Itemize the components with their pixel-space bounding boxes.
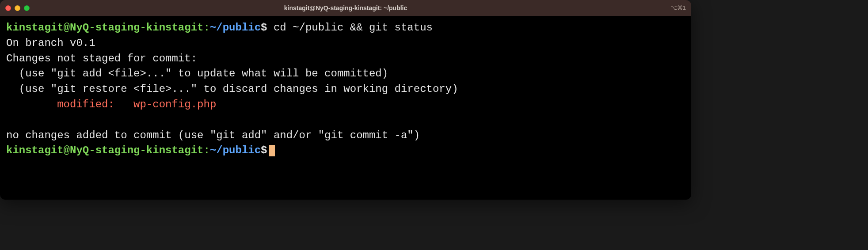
window-titlebar: kinstagit@NyQ-staging-kinstagit: ~/publi… — [0, 0, 691, 16]
cursor-block — [269, 145, 275, 156]
prompt-path: ~/public — [210, 22, 261, 34]
output-modified-line: modified: wp-config.php — [6, 98, 216, 110]
window-title: kinstagit@NyQ-staging-kinstagit: ~/publi… — [0, 4, 691, 12]
command-text: cd ~/public && git status — [274, 22, 433, 34]
zoom-button[interactable] — [24, 5, 30, 11]
prompt-userhost: kinstagit@NyQ-staging-kinstagit — [6, 22, 203, 34]
output-line: (use "git add <file>..." to update what … — [6, 68, 388, 80]
prompt-userhost: kinstagit@NyQ-staging-kinstagit — [6, 144, 203, 156]
prompt-dollar: $ — [261, 22, 267, 34]
output-line: On branch v0.1 — [6, 37, 95, 49]
output-line: no changes added to commit (use "git add… — [6, 129, 420, 141]
minimize-button[interactable] — [15, 5, 20, 11]
output-line: (use "git restore <file>..." to discard … — [6, 83, 458, 95]
prompt-line-1: kinstagit@NyQ-staging-kinstagit:~/public… — [6, 22, 433, 34]
prompt-line-2: kinstagit@NyQ-staging-kinstagit:~/public… — [6, 144, 275, 156]
terminal-body[interactable]: kinstagit@NyQ-staging-kinstagit:~/public… — [0, 16, 691, 165]
prompt-path: ~/public — [210, 144, 261, 156]
prompt-sep: : — [203, 144, 209, 156]
terminal-window: kinstagit@NyQ-staging-kinstagit: ~/publi… — [0, 0, 691, 200]
prompt-dollar: $ — [261, 144, 267, 156]
prompt-sep: : — [203, 22, 209, 34]
window-shortcut-hint: ⌥⌘1 — [670, 4, 686, 12]
traffic-lights — [5, 5, 30, 11]
close-button[interactable] — [5, 5, 11, 11]
output-line: Changes not staged for commit: — [6, 53, 197, 64]
